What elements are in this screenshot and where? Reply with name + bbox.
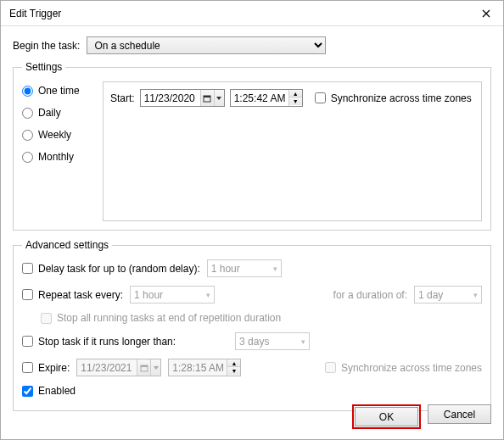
radio-weekly-input[interactable] — [22, 130, 33, 141]
radio-monthly-input[interactable] — [22, 152, 33, 163]
stop-longer-label: Stop task if it runs longer than: — [38, 336, 176, 348]
titlebar: Edit Trigger — [1, 1, 503, 26]
radio-weekly[interactable]: Weekly — [22, 129, 103, 141]
chevron-down-icon — [152, 364, 160, 372]
spin-down-icon[interactable]: ▼ — [289, 97, 302, 105]
ok-button[interactable]: OK — [355, 407, 418, 426]
duration-label: for a duration of: — [333, 289, 407, 301]
one-time-panel: Start: — [103, 81, 482, 221]
chevron-down-icon: ▾ — [301, 337, 305, 346]
start-date-input[interactable] — [141, 90, 200, 106]
radio-one-time[interactable]: One time — [22, 85, 103, 97]
expire-sync-checkbox: Synchronize across time zones — [325, 362, 482, 374]
calendar-icon — [140, 364, 148, 372]
stop-longer-checkbox[interactable]: Stop task if it runs longer than: — [22, 336, 176, 348]
delay-task-input[interactable] — [22, 263, 33, 274]
expire-date-picker — [76, 359, 161, 376]
stop-repetition-label: Stop all running tasks at end of repetit… — [57, 312, 281, 324]
delay-task-value: 1 hour — [211, 263, 240, 275]
expire-sync-input — [325, 362, 336, 373]
dialog-footer: OK Cancel — [352, 404, 491, 429]
radio-one-time-input[interactable] — [22, 86, 33, 97]
enabled-input[interactable] — [22, 386, 33, 397]
radio-daily-input[interactable] — [22, 108, 33, 119]
start-time-input[interactable] — [231, 90, 288, 106]
window-title: Edit Trigger — [9, 8, 61, 19]
edit-trigger-dialog: Edit Trigger Begin the task: On a schedu… — [0, 0, 504, 440]
chevron-down-icon: ▾ — [273, 265, 277, 273]
radio-one-time-label: One time — [38, 85, 80, 97]
expire-checkbox[interactable]: Expire: — [22, 362, 70, 374]
begin-task-row: Begin the task: On a schedule — [13, 36, 491, 54]
stop-longer-value: 3 days — [239, 336, 269, 348]
start-time-picker[interactable]: ▲ ▼ — [230, 89, 303, 107]
stop-longer-combo: 3 days ▾ — [235, 332, 310, 350]
repeat-task-input[interactable] — [22, 289, 33, 300]
start-label: Start: — [110, 92, 135, 104]
spin-up-icon: ▲ — [227, 359, 240, 367]
expire-date-dropdown-button — [150, 359, 160, 376]
stop-repetition-checkbox: Stop all running tasks at end of repetit… — [41, 312, 281, 324]
expire-label: Expire: — [38, 362, 70, 374]
enabled-label: Enabled — [38, 385, 76, 397]
sync-timezones-input[interactable] — [315, 92, 326, 103]
cancel-button[interactable]: Cancel — [428, 404, 491, 424]
radio-daily[interactable]: Daily — [22, 107, 103, 119]
calendar-icon — [203, 94, 211, 103]
advanced-settings-group: Advanced settings Delay task for up to (… — [13, 239, 491, 411]
duration-combo: 1 day ▾ — [414, 286, 482, 304]
start-time-spinner[interactable]: ▲ ▼ — [288, 90, 302, 106]
repeat-task-checkbox[interactable]: Repeat task every: — [22, 289, 123, 301]
svg-rect-1 — [204, 96, 210, 97]
repeat-task-value: 1 hour — [134, 289, 163, 301]
ok-button-highlight: OK — [352, 404, 421, 429]
radio-weekly-label: Weekly — [38, 129, 71, 141]
expire-time-spinner: ▲ ▼ — [227, 359, 240, 376]
advanced-legend: Advanced settings — [22, 239, 112, 251]
start-date-calendar-button[interactable] — [200, 90, 214, 106]
svg-rect-3 — [141, 365, 148, 367]
start-date-dropdown-button[interactable] — [214, 90, 224, 106]
dialog-body: Begin the task: On a schedule Settings O… — [1, 26, 503, 428]
enabled-checkbox[interactable]: Enabled — [22, 385, 76, 397]
expire-time-picker: ▲ ▼ — [168, 359, 241, 376]
expire-time-input — [169, 359, 227, 376]
expire-date-calendar-button — [137, 359, 150, 376]
delay-task-checkbox[interactable]: Delay task for up to (random delay): — [22, 263, 200, 275]
start-date-picker[interactable] — [140, 89, 225, 107]
radio-daily-label: Daily — [38, 107, 61, 119]
repeat-task-combo: 1 hour ▾ — [130, 286, 215, 304]
schedule-radios: One time Daily Weekly Monthly — [22, 81, 103, 221]
radio-monthly[interactable]: Monthly — [22, 151, 103, 163]
radio-monthly-label: Monthly — [38, 151, 74, 163]
expire-date-input — [77, 359, 137, 376]
sync-timezones-checkbox[interactable]: Synchronize across time zones — [315, 92, 472, 104]
begin-task-label: Begin the task: — [13, 40, 80, 52]
expire-sync-label: Synchronize across time zones — [341, 362, 482, 374]
chevron-down-icon: ▾ — [473, 291, 478, 299]
expire-input[interactable] — [22, 362, 33, 373]
close-button[interactable] — [469, 1, 503, 25]
delay-task-label: Delay task for up to (random delay): — [38, 263, 200, 275]
settings-legend: Settings — [22, 61, 65, 73]
stop-longer-input[interactable] — [22, 336, 33, 347]
settings-group: Settings One time Daily Weekly — [13, 61, 491, 231]
repeat-task-label: Repeat task every: — [38, 289, 123, 301]
sync-timezones-label: Synchronize across time zones — [331, 92, 472, 104]
spin-down-icon: ▼ — [227, 367, 240, 375]
begin-task-select[interactable]: On a schedule — [87, 36, 326, 54]
stop-repetition-input — [41, 313, 52, 324]
close-icon — [482, 9, 490, 18]
chevron-down-icon — [215, 94, 223, 103]
spin-up-icon[interactable]: ▲ — [289, 90, 302, 97]
chevron-down-icon: ▾ — [206, 291, 210, 299]
delay-task-combo: 1 hour ▾ — [207, 259, 282, 277]
duration-value: 1 day — [418, 289, 443, 301]
